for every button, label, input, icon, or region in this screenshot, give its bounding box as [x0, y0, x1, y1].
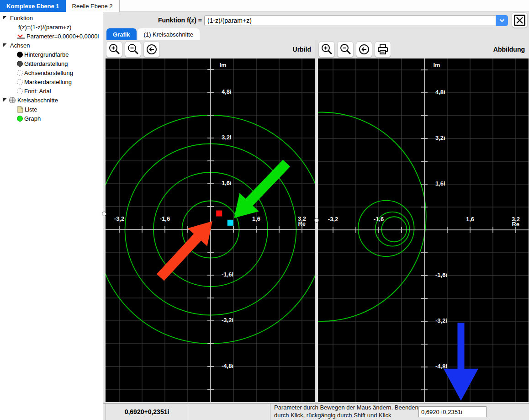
svg-text:1,6: 1,6	[466, 216, 474, 223]
sidebar-item-achsendarstellung[interactable]: Achsendarstellung	[0, 68, 103, 77]
circle-sections-icon	[9, 96, 16, 104]
sidebar-item-fz-formula[interactable]: f(z)=(1-z)/(param+z)	[0, 22, 103, 32]
tree-item-label: Hintergrundfarbe	[24, 51, 69, 58]
svg-text:-1,6: -1,6	[374, 216, 384, 223]
svg-text:Im: Im	[433, 62, 440, 69]
tree-item-label: Funktion	[10, 15, 33, 21]
status-bar: 0,6920+0,2351i Parameter durch Bewegen d…	[103, 403, 529, 420]
splitter-handle-right[interactable]	[314, 218, 319, 223]
note-icon	[17, 106, 23, 113]
zoom-out-icon	[127, 43, 139, 56]
zoom-out-icon	[339, 43, 352, 56]
back-icon	[145, 43, 158, 56]
status-message-cell: Parameter durch Bewegen der Maus ändern.…	[270, 404, 529, 420]
svg-text:3,2i: 3,2i	[435, 134, 445, 141]
status-message: Parameter durch Bewegen der Maus ändern.…	[274, 404, 418, 420]
svg-text:-3,2: -3,2	[114, 215, 124, 222]
close-icon	[514, 15, 525, 26]
sidebar-item-kreisabschnitte[interactable]: Kreisabschnitte	[0, 96, 103, 105]
sidebar-item-font-arial[interactable]: Font: Arial	[0, 86, 103, 96]
tree-item-label: Kreisabschnitte	[17, 97, 58, 104]
tree-item-label: Achsendarstellung	[24, 69, 73, 76]
sidebar-item-liste[interactable]: Liste	[0, 105, 103, 114]
svg-text:Im: Im	[219, 62, 226, 69]
status-cell-empty	[188, 404, 270, 420]
svg-text:-3,2i: -3,2i	[222, 317, 233, 324]
parameter-value-input[interactable]	[418, 406, 487, 417]
panel-title-abbildung: Abbildung	[493, 46, 525, 53]
svg-text:1,6: 1,6	[252, 215, 260, 222]
close-button[interactable]	[512, 12, 528, 28]
print-button[interactable]	[375, 41, 391, 58]
panel-abbildung: Abbildung -3,2-1,61,63,24,8i3,2i1,6i-1,6…	[318, 40, 529, 402]
tree-item-label: Achsen	[10, 42, 30, 49]
zoom-out-button[interactable]	[125, 41, 141, 58]
tree-item-label: Markerdarstellung	[24, 79, 72, 85]
sidebar-item-graph[interactable]: Graph	[0, 114, 103, 123]
sidebar-item-funktion[interactable]: Funktion	[0, 13, 103, 22]
zoom-in-icon	[320, 43, 333, 56]
color-swatch-gray-icon[interactable]	[17, 61, 23, 67]
function-row: Funktion f(z) =	[103, 12, 529, 28]
abbildung-toolbar: Abbildung	[318, 40, 529, 58]
sidebar-item-parameter[interactable]: Parameter=0,0000+0,0000i	[0, 32, 103, 41]
disclosure-triangle-icon[interactable]	[3, 43, 7, 48]
zoom-in-icon	[108, 43, 121, 56]
svg-text:-4,8i: -4,8i	[222, 362, 233, 369]
urbild-plot-canvas[interactable]: -3,2-1,61,63,24,8i3,2i1,6i-1,6i-3,2i-4,8…	[106, 58, 315, 402]
function-input[interactable]	[204, 15, 496, 26]
tab-kreisabschnitte[interactable]: (1) Kreisabschnitte	[138, 28, 200, 40]
chevron-down-icon	[499, 19, 505, 22]
window-tab-bar: Komplexe Ebene 1 Reelle Ebene 2	[0, 0, 529, 12]
main-area: Funktion f(z) = Grafik	[103, 12, 529, 420]
sidebar-tree: Funktionf(z)=(1-z)/(param+z)Parameter=0,…	[0, 12, 103, 420]
color-swatch-green-icon[interactable]	[17, 116, 23, 122]
zoom-in-button[interactable]	[318, 41, 335, 58]
svg-text:-1,6i: -1,6i	[222, 271, 233, 278]
panel-title-urbild: Urbild	[293, 46, 311, 53]
svg-text:Re: Re	[298, 220, 306, 227]
disclosure-triangle-icon[interactable]	[3, 16, 7, 20]
zoom-out-button[interactable]	[337, 41, 354, 58]
color-swatch-empty-icon[interactable]	[17, 88, 23, 94]
urbild-toolbar: Urbild	[106, 40, 315, 58]
splitter-handle-left[interactable]	[102, 212, 106, 216]
svg-text:1,6i: 1,6i	[435, 180, 445, 187]
svg-text:-1,6i: -1,6i	[435, 271, 447, 278]
tab-komplexe-ebene-1[interactable]: Komplexe Ebene 1	[0, 0, 66, 12]
view-tab-bar: Grafik (1) Kreisabschnitte	[103, 28, 529, 40]
tree-item-label: Gitterdarstellung	[24, 60, 68, 67]
tab-reelle-ebene-2[interactable]: Reelle Ebene 2	[66, 0, 120, 12]
print-icon	[376, 43, 389, 56]
color-swatch-black-icon[interactable]	[17, 52, 23, 58]
svg-text:4,8i: 4,8i	[222, 88, 232, 95]
color-swatch-empty-icon[interactable]	[17, 70, 23, 76]
abbildung-plot-canvas[interactable]: -3,2-1,61,63,24,8i3,2i1,6i-1,6i-3,2i-4,8…	[318, 58, 529, 402]
parameter-marker-icon	[17, 34, 25, 39]
sidebar-item-achsen[interactable]: Achsen	[0, 41, 103, 50]
tree-item-label: Liste	[25, 106, 37, 113]
tree-item-label: f(z)=(1-z)/(param+z)	[18, 24, 71, 31]
sidebar-item-hintergrundfarbe[interactable]: Hintergrundfarbe	[0, 50, 103, 59]
disclosure-triangle-icon[interactable]	[3, 98, 7, 102]
function-dropdown-button[interactable]	[496, 15, 508, 26]
tab-grafik[interactable]: Grafik	[106, 28, 137, 40]
panel-urbild: Urbild -3,2-1,61,63,24,8i3,2i1,6i-1,6i-3…	[106, 40, 315, 402]
coordinate-readout: 0,6920+0,2351i	[106, 404, 188, 420]
zoom-reset-button[interactable]	[356, 41, 372, 58]
svg-text:3,2i: 3,2i	[222, 134, 232, 141]
sidebar-item-markerdarstellung[interactable]: Markerdarstellung	[0, 77, 103, 86]
back-icon	[358, 43, 370, 56]
function-label: Funktion f(z) =	[103, 16, 202, 24]
zoom-in-button[interactable]	[106, 41, 122, 58]
sidebar-item-gitterdarstellung[interactable]: Gitterdarstellung	[0, 59, 103, 68]
svg-text:-3,2i: -3,2i	[435, 317, 447, 324]
app-window: Komplexe Ebene 1 Reelle Ebene 2 Funktion…	[0, 0, 529, 420]
function-combobox	[204, 15, 508, 26]
svg-text:-1,6: -1,6	[160, 215, 170, 222]
color-swatch-empty-icon[interactable]	[17, 79, 23, 85]
svg-text:4,8i: 4,8i	[435, 89, 445, 96]
tree-item-label: Font: Arial	[24, 88, 51, 95]
tree-item-label: Graph	[24, 115, 41, 122]
zoom-reset-button[interactable]	[143, 41, 160, 58]
